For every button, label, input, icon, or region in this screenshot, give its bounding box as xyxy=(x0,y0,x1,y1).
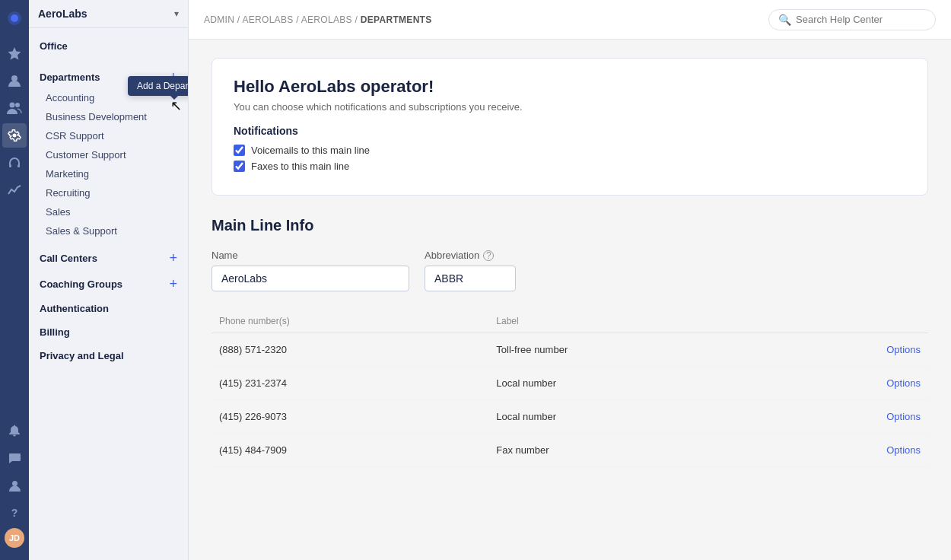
voicemail-checkbox[interactable] xyxy=(234,145,245,156)
workspace-selector[interactable]: AeroLabs ▾ xyxy=(29,0,188,28)
svg-rect-6 xyxy=(9,164,11,167)
chat-icon[interactable] xyxy=(2,446,27,470)
add-call-center-button[interactable]: + xyxy=(169,251,177,265)
breadcrumb: ADMIN / AEROLABS / AEROLABS / DEPARTMENT… xyxy=(204,14,432,25)
group-icon[interactable] xyxy=(2,96,27,120)
voicemail-label: Voicemails to this main line xyxy=(251,145,370,156)
phone-label-cell: Toll-free number xyxy=(488,333,768,367)
workspace-arrow-icon: ▾ xyxy=(174,8,179,19)
phone-options-link[interactable]: Options xyxy=(769,333,928,367)
chart-icon[interactable] xyxy=(2,178,27,202)
billing-item[interactable]: Billing xyxy=(29,320,188,344)
headset-icon[interactable] xyxy=(2,151,27,175)
abbr-label: Abbreviation ? xyxy=(425,250,516,261)
svg-point-3 xyxy=(11,75,17,81)
abbr-input[interactable] xyxy=(425,266,516,291)
name-label: Name xyxy=(212,250,409,261)
svg-rect-7 xyxy=(17,164,20,167)
abbr-help-icon[interactable]: ? xyxy=(483,250,494,261)
privacy-legal-item[interactable]: Privacy and Legal xyxy=(29,344,188,368)
settings-icon[interactable] xyxy=(2,123,27,148)
contact-icon[interactable] xyxy=(2,68,27,93)
coaching-groups-item[interactable]: Coaching Groups + xyxy=(29,271,188,297)
office-section: Office xyxy=(29,28,188,58)
coaching-groups-label: Coaching Groups xyxy=(40,278,122,290)
phone-table-row: (888) 571-2320 Toll-free number Options xyxy=(212,333,928,367)
label-col-header: Label xyxy=(488,310,768,333)
phone-number-cell: (415) 484-7909 xyxy=(212,434,488,467)
bell-icon[interactable] xyxy=(2,418,27,443)
name-input[interactable] xyxy=(212,266,409,291)
welcome-card: Hello AeroLabs operator! You can choose … xyxy=(212,58,928,196)
top-header: ADMIN / AEROLABS / AEROLABS / DEPARTMENT… xyxy=(189,0,951,40)
notifications-heading: Notifications xyxy=(234,125,906,137)
phone-number-cell: (415) 231-2374 xyxy=(212,367,488,400)
phone-table-row: (415) 231-2374 Local number Options xyxy=(212,367,928,400)
search-icon: 🔍 xyxy=(778,14,791,26)
office-label: Office xyxy=(40,40,68,52)
phone-label-cell: Fax number xyxy=(488,434,768,467)
avatar[interactable]: JD xyxy=(5,528,24,548)
breadcrumb-aerolabs2: AEROLABS xyxy=(301,14,352,25)
authentication-item[interactable]: Authentication xyxy=(29,297,188,320)
form-row: Name Abbreviation ? xyxy=(212,250,928,291)
search-input[interactable] xyxy=(796,14,926,25)
phone-table-row: (415) 484-7909 Fax number Options xyxy=(212,434,928,467)
welcome-subtitle: You can choose which notifications and s… xyxy=(234,101,906,113)
add-department-tooltip: Add a Department xyxy=(128,76,189,96)
phone-options-link[interactable]: Options xyxy=(769,434,928,467)
left-panel: AeroLabs ▾ Add a Department ↖ Office Dep… xyxy=(29,0,189,560)
phone-number-cell: (888) 571-2320 xyxy=(212,333,488,367)
content-area: Hello AeroLabs operator! You can choose … xyxy=(189,40,951,560)
departments-label: Departments xyxy=(40,72,100,83)
svg-point-5 xyxy=(15,103,20,107)
fax-checkbox[interactable] xyxy=(234,161,245,172)
search-box[interactable]: 🔍 xyxy=(768,9,936,30)
dept-item-business-dev[interactable]: Business Development xyxy=(29,107,188,126)
call-centers-item[interactable]: Call Centers + xyxy=(29,245,188,271)
dept-item-sales-support[interactable]: Sales & Support xyxy=(29,221,188,240)
notifications-section: Notifications Voicemails to this main li… xyxy=(234,125,906,172)
phone-label-cell: Local number xyxy=(488,400,768,434)
name-group: Name xyxy=(212,250,409,291)
main-content: ADMIN / AEROLABS / AEROLABS / DEPARTMENT… xyxy=(189,0,951,560)
voicemail-checkbox-row[interactable]: Voicemails to this main line xyxy=(234,145,906,156)
add-coaching-group-button[interactable]: + xyxy=(169,277,177,291)
fax-checkbox-row[interactable]: Faxes to this main line xyxy=(234,161,906,172)
phone-number-cell: (415) 226-9073 xyxy=(212,400,488,434)
svg-point-1 xyxy=(11,14,18,22)
user-profile-icon[interactable] xyxy=(2,473,27,498)
icon-sidebar: ? JD xyxy=(0,0,29,560)
svg-point-8 xyxy=(12,481,17,486)
dept-item-sales[interactable]: Sales xyxy=(29,202,188,221)
billing-label: Billing xyxy=(40,326,70,338)
dept-item-marketing[interactable]: Marketing xyxy=(29,164,188,183)
phone-label-cell: Local number xyxy=(488,367,768,400)
logo-icon[interactable] xyxy=(2,6,27,30)
main-line-title: Main Line Info xyxy=(212,217,928,234)
welcome-title: Hello AeroLabs operator! xyxy=(234,77,906,97)
star-icon[interactable] xyxy=(2,41,27,65)
breadcrumb-current: DEPARTMENTS xyxy=(361,14,432,25)
fax-label: Faxes to this main line xyxy=(251,161,349,172)
phone-table-row: (415) 226-9073 Local number Options xyxy=(212,400,928,434)
call-centers-label: Call Centers xyxy=(40,253,97,264)
privacy-legal-label: Privacy and Legal xyxy=(40,350,124,361)
breadcrumb-aerolabs1: AEROLABS xyxy=(242,14,293,25)
departments-list: Accounting Business Development CSR Supp… xyxy=(29,87,188,242)
svg-point-4 xyxy=(10,103,15,108)
breadcrumb-admin: ADMIN xyxy=(204,14,234,25)
office-header[interactable]: Office xyxy=(29,37,188,55)
authentication-label: Authentication xyxy=(40,303,109,314)
workspace-name: AeroLabs xyxy=(38,8,87,20)
abbr-group: Abbreviation ? xyxy=(425,250,516,291)
dept-item-csr-support[interactable]: CSR Support xyxy=(29,126,188,145)
phone-table: Phone number(s) Label (888) 571-2320 Tol… xyxy=(212,310,928,467)
dept-item-recruiting[interactable]: Recruiting xyxy=(29,183,188,202)
phone-col-header: Phone number(s) xyxy=(212,310,488,333)
svg-marker-2 xyxy=(8,47,21,60)
phone-options-link[interactable]: Options xyxy=(769,400,928,434)
phone-options-link[interactable]: Options xyxy=(769,367,928,400)
help-circle-icon[interactable]: ? xyxy=(2,501,27,525)
dept-item-customer-support[interactable]: Customer Support xyxy=(29,145,188,164)
